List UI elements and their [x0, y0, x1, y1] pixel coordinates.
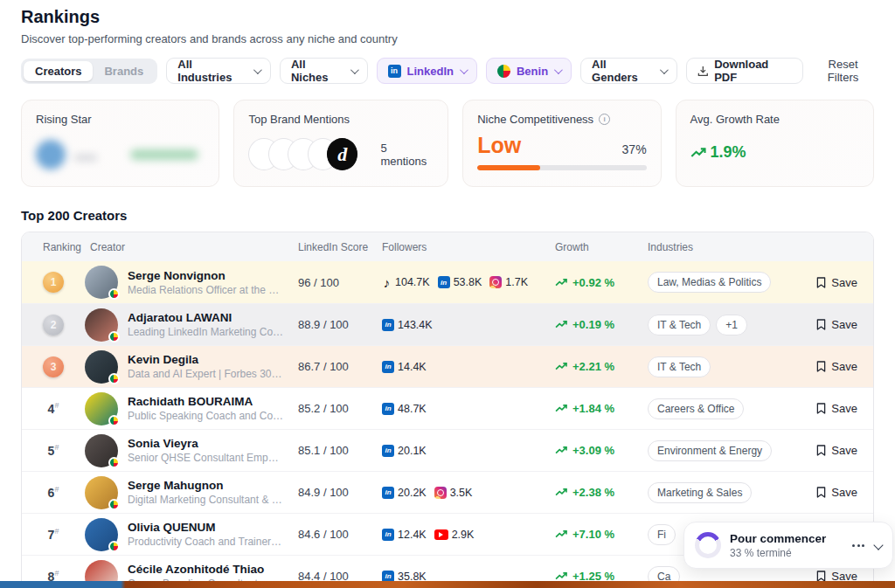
creator-row[interactable]: 5# Sonia Vieyra Senior QHSE Consultant E…: [22, 429, 873, 471]
col-industries: Industries: [642, 241, 793, 253]
creator-name[interactable]: Cécile Azonhitodé Thiao: [128, 563, 284, 576]
creator-name[interactable]: Adjaratou LAWANI: [128, 311, 284, 324]
bookmark-icon: [816, 319, 826, 330]
linkedin-score: 85.2 / 100: [293, 402, 377, 415]
follower-count: 143.4K: [398, 319, 433, 331]
chevron-down-icon: [460, 66, 468, 74]
linkedin-score: 96 / 100: [293, 276, 377, 289]
blurred-avatar: [36, 140, 66, 169]
creator-subtitle: Public Speaking Coach and Confidence Bui…: [128, 410, 284, 422]
bookmark-icon: [816, 445, 826, 456]
avatar: [85, 434, 118, 467]
creator-name[interactable]: Serge Nonvignon: [128, 269, 284, 282]
filter-bar: Creators Brands All Industries All Niche…: [21, 58, 874, 84]
chevron-down-icon: [660, 66, 669, 74]
trend-up-icon: [555, 529, 568, 539]
growth-cell: +0.19 %: [550, 318, 642, 331]
growth-cell: +2.21 %: [550, 360, 642, 373]
reset-filters-button[interactable]: Reset Filters: [812, 58, 874, 84]
growth-cell: +2.38 %: [550, 486, 642, 499]
more-menu-icon[interactable]: [852, 544, 864, 547]
onboarding-progress-label: 33 % terminé: [730, 547, 843, 559]
collapse-chevron-icon[interactable]: [873, 540, 883, 550]
creator-row[interactable]: 3 Kevin Degila Data and AI Expert | Forb…: [22, 345, 873, 387]
save-button[interactable]: Save: [816, 486, 857, 499]
save-button[interactable]: Save: [816, 318, 857, 331]
creator-name[interactable]: Olivia QUENUM: [128, 521, 284, 534]
growth-value: +0.92 %: [572, 276, 614, 289]
growth-cell: +1.84 %: [550, 402, 642, 415]
save-button[interactable]: Save: [816, 360, 857, 373]
creator-row[interactable]: 4# Rachidath BOURAIMA Public Speaking Co…: [22, 387, 873, 429]
benin-flag-icon: [108, 457, 120, 468]
trend-up-icon: [555, 362, 568, 371]
rank-number: 5#: [48, 443, 59, 458]
follower-count: 20.2K: [398, 487, 427, 499]
trend-up-icon: [555, 278, 568, 287]
avatar: [85, 476, 118, 509]
industries-cell: IT & Tech: [642, 356, 793, 377]
trend-up-icon: [690, 147, 707, 159]
creator-name[interactable]: Sonia Vieyra: [128, 437, 284, 450]
youtube-icon: [434, 529, 448, 540]
download-pdf-button[interactable]: Download PDF: [686, 58, 804, 84]
rank-cell: 5#: [22, 443, 85, 458]
rank-number: 6#: [48, 485, 59, 500]
growth-value: +2.21 %: [572, 360, 614, 373]
growth-cell: +3.09 %: [550, 444, 642, 457]
growth-value: +3.09 %: [572, 444, 614, 457]
country-dropdown[interactable]: Benin: [486, 58, 572, 84]
save-label: Save: [831, 360, 857, 373]
followers-cell: 20.2K3.5K: [377, 487, 550, 499]
onboarding-title: Pour commencer: [730, 532, 843, 545]
genders-dropdown-label: All Genders: [592, 58, 653, 84]
followers-cell: 48.7K: [377, 403, 550, 415]
niches-dropdown[interactable]: All Niches: [280, 58, 368, 84]
chevron-down-icon: [554, 66, 563, 74]
save-label: Save: [831, 402, 857, 415]
save-label: Save: [831, 276, 857, 289]
save-button[interactable]: Save: [816, 444, 857, 457]
rank-badge: 1: [43, 272, 64, 293]
creator-row[interactable]: 1 Serge Nonvignon Media Relations Office…: [22, 261, 873, 303]
industry-tag: Law, Medias & Politics: [648, 272, 771, 293]
onboarding-widget[interactable]: Pour commencer 33 % terminé: [683, 522, 893, 569]
card-title: Top Brand Mentions: [248, 113, 434, 126]
rank-cell: 4#: [22, 401, 85, 416]
creators-tab[interactable]: Creators: [24, 61, 93, 81]
industries-cell: IT & Tech+1: [642, 315, 793, 336]
genders-dropdown[interactable]: All Genders: [580, 58, 676, 84]
industries-dropdown-label: All Industries: [177, 58, 247, 84]
growth-value: +7.10 %: [572, 528, 614, 541]
creator-row[interactable]: 2 Adjaratou LAWANI Leading LinkedIn Mark…: [22, 303, 873, 345]
follower-count: 20.1K: [398, 445, 427, 457]
bookmark-icon: [816, 361, 826, 372]
benin-flag-icon: [108, 373, 120, 384]
industry-tag: Environment & Energy: [648, 440, 772, 461]
creator-name[interactable]: Serge Mahugnon: [128, 479, 284, 492]
linkedin-icon: [388, 65, 401, 78]
table-header: Ranking Creator LinkedIn Score Followers…: [22, 232, 873, 261]
linkedin-score: 88.9 / 100: [293, 318, 377, 331]
avatar: [85, 392, 118, 425]
save-button[interactable]: Save: [816, 402, 857, 415]
industries-dropdown[interactable]: All Industries: [166, 58, 271, 84]
card-title: Niche Competitiveness: [477, 113, 646, 126]
creator-name[interactable]: Rachidath BOURAIMA: [128, 395, 284, 408]
rank-number: 4#: [48, 401, 59, 416]
creator-name[interactable]: Kevin Degila: [128, 353, 284, 366]
platform-dropdown[interactable]: LinkedIn: [377, 58, 477, 84]
industries-cell: Careers & Office: [642, 398, 793, 419]
trend-up-icon: [555, 404, 568, 413]
save-button[interactable]: Save: [816, 276, 857, 289]
creator-row[interactable]: 6# Serge Mahugnon Digital Marketing Cons…: [22, 471, 873, 513]
trend-up-icon: [555, 571, 568, 581]
followers-cell: 14.4K: [377, 361, 550, 373]
followers-cell: 143.4K: [377, 319, 550, 331]
table-heading: Top 200 Creators: [21, 208, 874, 223]
followers-cell: 104.7K53.8K1.7K: [377, 276, 550, 288]
growth-cell: +7.10 %: [550, 528, 642, 541]
brands-tab[interactable]: Brands: [93, 61, 155, 81]
info-icon[interactable]: [599, 114, 610, 125]
trend-up-icon: [555, 446, 568, 455]
